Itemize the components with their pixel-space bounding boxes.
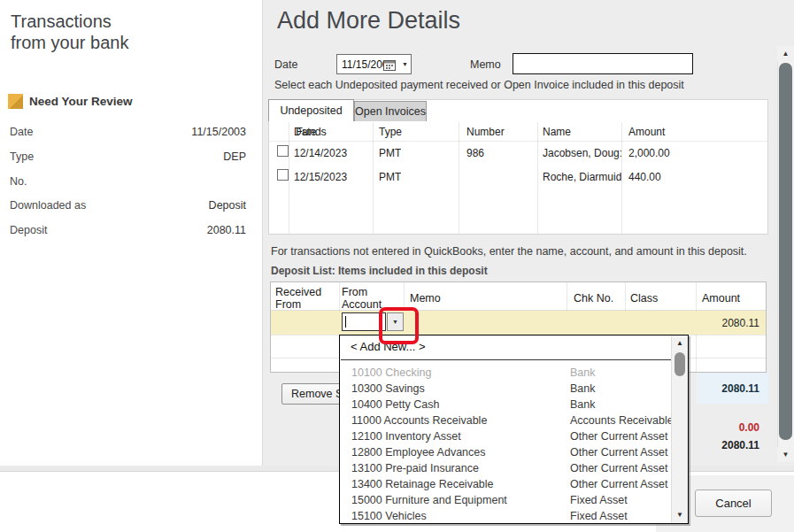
payment-row-checkbox[interactable]: [277, 145, 289, 157]
panel-title-line2: from your bank: [11, 32, 128, 53]
account-option[interactable]: 10400 Petty Cash Bank: [341, 397, 671, 412]
column-divider: [537, 122, 538, 234]
account-name: 12100 Inventory Asset: [351, 428, 461, 444]
column-divider: [373, 122, 374, 234]
deposit-header-amount: Amount: [702, 292, 740, 305]
payments-header-name: Name: [543, 126, 571, 138]
summary-value: 2080.11: [207, 224, 246, 236]
account-name: 15100 Vehicles: [351, 508, 427, 524]
page-title: Add More Details: [277, 7, 460, 35]
scrollbar-thumb[interactable]: [675, 352, 685, 376]
account-option[interactable]: 11000 Accounts Receivable Accounts Recei…: [341, 412, 671, 428]
payment-type: PMT: [379, 171, 401, 183]
payment-number: 986: [466, 147, 484, 159]
payments-header-amount: Amount: [628, 126, 665, 138]
dropdown-scrollbar[interactable]: ▲ ▼: [671, 335, 688, 523]
payment-amount: 440.00: [628, 171, 661, 183]
account-type: Bank: [570, 381, 596, 397]
account-type: Accounts Receivable: [570, 412, 674, 428]
summary-label: Downloaded as: [10, 199, 86, 212]
account-option[interactable]: 12800 Employee Advances Other Current As…: [341, 444, 671, 460]
account-name: 13400 Retainage Receivable: [351, 476, 494, 492]
memo-input[interactable]: [513, 53, 693, 74]
scroll-down-button[interactable]: ▼: [777, 447, 794, 462]
dropdown-items: 10100 Checking Bank 10300 Savings Bank 1…: [341, 365, 671, 524]
memo-field-label: Memo: [470, 58, 501, 71]
account-option[interactable]: 13100 Pre-paid Insurance Other Current A…: [341, 460, 671, 476]
payments-header-type: Type: [379, 126, 402, 138]
dropdown-separator: [341, 359, 671, 360]
account-option[interactable]: 15100 Vehicles Fixed Asset: [341, 508, 671, 524]
payment-row-checkbox[interactable]: [277, 169, 289, 181]
deposit-header-received-from: Received From: [275, 286, 332, 311]
summary-row-no: No.: [10, 175, 246, 189]
account-type: Fixed Asset: [570, 492, 628, 508]
payment-date: 12/15/2023: [294, 171, 347, 183]
cancel-button[interactable]: Cancel: [695, 490, 772, 517]
account-type: Other Current Asset: [570, 476, 667, 492]
column-divider: [289, 122, 289, 234]
summary-label: Type: [10, 150, 34, 163]
column-divider: [459, 122, 459, 234]
payments-header-number: Number: [466, 126, 505, 138]
main-scrollbar-thumb[interactable]: [779, 63, 792, 440]
deposit-header-memo: Memo: [410, 292, 441, 305]
add-more-details-dialog: Transactions from your bank Need Your Re…: [0, 0, 794, 532]
date-input[interactable]: 11/15/2003 ▼: [336, 54, 412, 74]
account-name: 11000 Accounts Receivable: [351, 412, 487, 428]
summary-value: 11/15/2003: [191, 126, 246, 138]
account-type: Fixed Asset: [570, 508, 628, 524]
account-name: 10400 Petty Cash: [351, 397, 439, 412]
payment-date: 12/14/2023: [294, 147, 347, 159]
account-type: Other Current Asset: [570, 428, 667, 444]
panel-divider: [262, 0, 263, 466]
need-review-flag-icon: [8, 94, 23, 109]
need-review-label: Need Your Review: [29, 95, 133, 108]
payment-amount: 2,000.00: [628, 147, 670, 159]
summary-label: Date: [10, 126, 33, 138]
header-underline: [269, 141, 767, 142]
summary-value: DEP: [223, 150, 246, 163]
deposit-list-label: Deposit List: Items included in this dep…: [271, 265, 488, 277]
scroll-up-button[interactable]: ▲: [777, 46, 794, 61]
summary-row-downloaded-as: Downloaded as Deposit: [10, 199, 246, 213]
calendar-icon[interactable]: [383, 58, 396, 70]
account-name: 10100 Checking: [351, 365, 431, 381]
summary-row-deposit: Deposit 2080.11: [10, 224, 246, 238]
account-name: 12800 Employee Advances: [351, 444, 486, 460]
account-name: 10300 Savings: [351, 381, 425, 397]
account-option[interactable]: 12100 Inventory Asset Other Current Asse…: [341, 428, 671, 444]
account-option[interactable]: 15000 Furniture and Equipment Fixed Asse…: [341, 492, 671, 508]
tab-undeposited-funds[interactable]: Undeposited Funds: [268, 99, 354, 121]
scroll-up-icon[interactable]: ▲: [672, 336, 688, 351]
deposit-header-chk-no: Chk No.: [574, 292, 613, 305]
payment-name: Jacobsen, Doug:Kit...: [543, 147, 621, 159]
payment-type: PMT: [379, 147, 401, 159]
deposit-row-amount: 2080.11: [696, 317, 759, 329]
scroll-down-icon[interactable]: ▼: [672, 508, 688, 522]
account-type: Other Current Asset: [570, 460, 667, 476]
summary-value: Deposit: [209, 199, 246, 212]
text-caret: [345, 316, 346, 328]
account-option[interactable]: 10300 Savings Bank: [341, 381, 671, 397]
account-type: Bank: [570, 397, 596, 412]
account-dropdown-list: < Add New... > 10100 Checking Bank 10300…: [339, 335, 689, 524]
transaction-summary-panel: Transactions from your bank Need Your Re…: [0, 0, 262, 532]
account-option[interactable]: 10100 Checking Bank: [341, 365, 671, 381]
account-type: Bank: [570, 365, 596, 381]
summary-row-date: Date 11/15/2003: [10, 126, 246, 140]
summary-label: No.: [10, 175, 27, 188]
summary-label: Deposit: [10, 224, 47, 236]
tab-open-invoices[interactable]: Open Invoices: [354, 101, 427, 121]
account-name: 15000 Furniture and Equipment: [351, 492, 507, 508]
payments-header-date: Date: [294, 126, 316, 138]
panel-title-line1: Transactions: [11, 11, 112, 32]
date-dropdown-arrow-icon[interactable]: ▼: [402, 61, 408, 67]
deposit-header-class: Class: [630, 292, 658, 305]
summary-row-type: Type DEP: [10, 150, 246, 165]
payment-name: Roche, Diarmuid:G...: [543, 171, 621, 183]
account-option[interactable]: 13400 Retainage Receivable Other Current…: [341, 476, 671, 492]
column-divider: [621, 122, 622, 234]
quickbooks-instruction: For transactions not entered in QuickBoo…: [271, 245, 747, 258]
select-payments-instruction: Select each Undeposited payment received…: [274, 79, 684, 91]
